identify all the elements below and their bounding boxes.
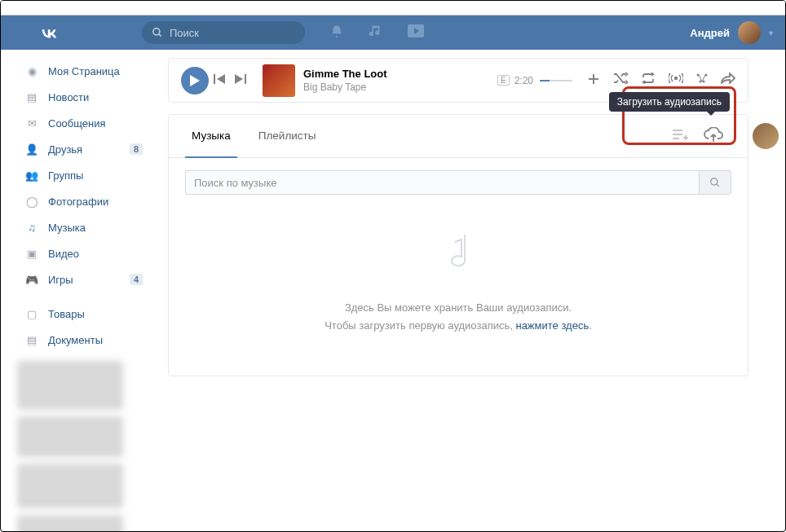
home-icon: ◉ — [24, 63, 40, 79]
vk-logo[interactable] — [38, 22, 60, 43]
play-button[interactable] — [181, 67, 209, 95]
sidebar-item-label: Видео — [48, 248, 79, 260]
sidebar-item-video[interactable]: ▣Видео — [17, 240, 149, 266]
svg-line-14 — [717, 184, 719, 187]
bag-icon: ▢ — [24, 306, 40, 322]
notifications-icon[interactable] — [329, 24, 344, 42]
music-panel: Загрузить аудиозапись Музыка Плейлисты — [168, 114, 748, 376]
sidebar-item-label: Друзья — [48, 143, 82, 156]
music-search-button[interactable] — [699, 170, 731, 195]
broadcast-icon[interactable] — [669, 73, 683, 88]
svg-rect-10 — [673, 130, 682, 131]
sidebar-item-docs[interactable]: ▤Документы — [17, 327, 149, 353]
duration: 2:20 — [514, 75, 533, 86]
share-icon[interactable] — [721, 73, 735, 88]
tab-music[interactable]: Музыка — [185, 115, 237, 158]
user-avatar[interactable] — [738, 21, 761, 44]
progress-bar[interactable] — [540, 80, 572, 81]
tab-playlists[interactable]: Плейлисты — [252, 115, 323, 157]
video-icon[interactable] — [408, 24, 424, 42]
sidebar-item-label: Сообщения — [48, 117, 106, 130]
message-icon: ✉ — [24, 115, 40, 131]
main-content: Gimme The Loot Big Baby Tape E 2:20 Загр — [156, 50, 785, 531]
add-icon[interactable] — [587, 73, 600, 88]
sidebar-item-profile[interactable]: ◉Моя Страница — [17, 58, 149, 84]
sidebar-item-label: Игры — [48, 274, 73, 286]
sidebar-item-news[interactable]: ▤Новости — [17, 84, 149, 110]
search-placeholder: Поиск — [170, 27, 199, 39]
explicit-badge: E — [497, 75, 510, 86]
svg-line-1 — [159, 34, 161, 37]
browser-bar — [1, 1, 785, 15]
profile-avatar[interactable] — [753, 123, 779, 149]
sidebar-item-label: Моя Страница — [48, 65, 120, 77]
search-icon — [152, 27, 163, 38]
empty-text-suffix: . — [589, 319, 592, 332]
film-icon: ▣ — [24, 245, 40, 262]
camera-icon: ◯ — [24, 193, 40, 209]
album-art — [263, 64, 295, 97]
sidebar-item-games[interactable]: 🎮Игры4 — [17, 266, 149, 292]
prev-button[interactable] — [214, 74, 225, 86]
sidebar-item-friends[interactable]: 👤Друзья8 — [17, 136, 149, 162]
sidebar-item-label: Документы — [48, 334, 103, 346]
blurred-widget — [17, 416, 123, 457]
track-title: Gimme The Loot — [303, 68, 387, 80]
upload-link[interactable]: нажмите здесь — [515, 319, 589, 332]
news-icon: ▤ — [24, 89, 40, 105]
badge: 4 — [130, 274, 143, 285]
sidebar-item-label: Товары — [48, 308, 85, 320]
sidebar-item-label: Фотографии — [48, 196, 108, 208]
global-search[interactable]: Поиск — [142, 21, 305, 44]
svg-point-5 — [675, 77, 678, 80]
music-icon[interactable] — [369, 24, 383, 42]
blurred-widget — [17, 464, 123, 508]
music-note-icon: ♫ — [24, 219, 40, 235]
upload-icon[interactable] — [704, 127, 723, 146]
header: Поиск Андрей ▾ — [1, 15, 785, 50]
track-artist: Big Baby Tape — [303, 81, 387, 93]
svg-rect-12 — [673, 138, 679, 139]
game-icon: 🎮 — [24, 271, 40, 288]
doc-icon: ▤ — [24, 332, 40, 348]
chevron-down-icon[interactable]: ▾ — [769, 29, 773, 37]
svg-point-0 — [153, 29, 160, 35]
sidebar-item-messages[interactable]: ✉Сообщения — [17, 110, 149, 136]
blurred-widget — [17, 515, 123, 532]
playlist-add-icon[interactable] — [673, 129, 689, 144]
empty-text-line1: Здесь Вы можете хранить Ваши аудиозаписи… — [345, 301, 572, 314]
sidebar-item-groups[interactable]: 👥Группы — [17, 162, 149, 188]
sidebar-item-market[interactable]: ▢Товары — [17, 301, 149, 327]
badge: 8 — [130, 143, 143, 155]
note-icon — [442, 231, 475, 275]
sidebar: ◉Моя Страница ▤Новости ✉Сообщения 👤Друзь… — [1, 50, 156, 531]
sidebar-item-photos[interactable]: ◯Фотографии — [17, 188, 149, 214]
groups-icon: 👥 — [24, 167, 40, 183]
music-search-input[interactable] — [185, 170, 699, 195]
friends-icon: 👤 — [24, 141, 40, 157]
upload-tooltip: Загрузить аудиозапись — [609, 92, 730, 112]
svg-rect-11 — [673, 134, 682, 135]
blurred-widget — [17, 361, 123, 410]
svg-point-13 — [711, 178, 718, 185]
options-icon[interactable] — [696, 73, 708, 88]
sidebar-item-music[interactable]: ♫Музыка — [17, 214, 149, 240]
sidebar-item-label: Музыка — [48, 222, 86, 234]
repeat-icon[interactable] — [641, 73, 656, 88]
empty-text-prefix: Чтобы загрузить первую аудиозапись, — [325, 319, 515, 332]
shuffle-icon[interactable] — [613, 73, 628, 88]
next-button[interactable] — [235, 74, 246, 86]
sidebar-item-label: Новости — [48, 91, 89, 103]
username[interactable]: Андрей — [690, 27, 730, 39]
empty-state: Здесь Вы можете хранить Ваши аудиозаписи… — [169, 207, 748, 376]
sidebar-item-label: Группы — [48, 169, 83, 182]
